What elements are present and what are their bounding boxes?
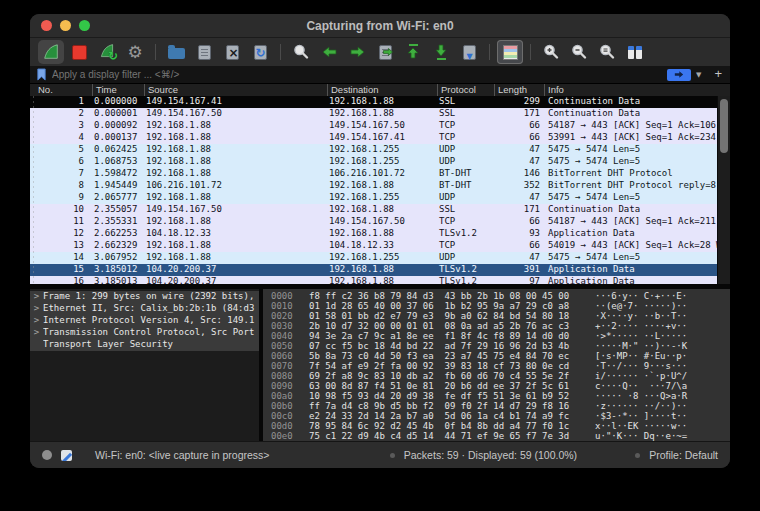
stop-capture-button[interactable]: [66, 40, 92, 64]
hex-row[interactable]: 00707f 54 af e9 2f fa 00 92 39 83 18 cf …: [263, 361, 730, 371]
column-header-source[interactable]: Source: [144, 84, 327, 96]
capture-options-button[interactable]: ⚙: [122, 40, 148, 64]
toolbar-separator: [280, 44, 281, 60]
packet-list-scrollbar[interactable]: [717, 96, 730, 284]
hex-row[interactable]: 00c0e2 24 33 2d 14 2a b7 a0 5d 06 1a c4 …: [263, 411, 730, 421]
apply-filter-button[interactable]: [667, 69, 691, 81]
profile-text[interactable]: Profile: Default: [649, 449, 718, 461]
arrow-down-bar-icon: [434, 44, 448, 60]
start-capture-button[interactable]: [38, 40, 64, 64]
go-to-packet-icon: [379, 45, 392, 60]
bookmark-icon[interactable]: [36, 68, 47, 81]
packet-list: 10.000000149.154.167.41192.168.1.88SSL29…: [30, 96, 730, 284]
packet-bytes-pane: 0000f8 ff c2 36 b8 79 84 d3 43 bb 2b 1b …: [263, 289, 730, 441]
hex-row[interactable]: 008069 2f a8 9c 83 10 db a2 fb 60 d6 70 …: [263, 371, 730, 381]
toolbar-separator: [530, 44, 531, 60]
hex-row[interactable]: 009063 00 8d 87 f4 51 0e 81 20 b6 dd ee …: [263, 381, 730, 391]
expand-chevron-icon[interactable]: [30, 339, 43, 351]
hex-row[interactable]: 00d078 95 84 6c 92 d2 45 4b 0f b4 8b dd …: [263, 421, 730, 431]
column-header-info[interactable]: Info: [544, 84, 564, 96]
expand-chevron-icon[interactable]: >: [30, 303, 43, 315]
column-header-length[interactable]: Length: [494, 84, 544, 96]
title-bar: Capturing from Wi-Fi: en0: [30, 14, 730, 38]
go-to-packet-button[interactable]: [372, 40, 398, 64]
search-icon: [292, 43, 310, 61]
zoom-out-icon: [570, 43, 588, 61]
next-packet-button[interactable]: [344, 40, 370, 64]
detail-row[interactable]: >Frame 1: 299 bytes on wire (2392 bits),: [30, 291, 259, 303]
first-packet-button[interactable]: [400, 40, 426, 64]
expand-chevron-icon[interactable]: >: [30, 327, 43, 339]
hex-row[interactable]: 004094 3e 2a c7 9c a1 8e ee f1 8f 4c f8 …: [263, 331, 730, 341]
packet-row[interactable]: 20.000001149.154.167.50192.168.1.88SSL17…: [30, 108, 717, 120]
capture-comment-icon[interactable]: [61, 450, 72, 461]
zoom-reset-icon: [598, 43, 616, 61]
packet-row[interactable]: 50.062425192.168.1.88192.168.1.255UDP475…: [30, 144, 717, 156]
hex-row[interactable]: 002001 58 01 bb d2 e7 79 e3 9b a0 62 84 …: [263, 311, 730, 321]
detail-row[interactable]: Transport Layer Security: [30, 339, 259, 351]
hex-row[interactable]: 00605b 8a 73 c0 4d 50 f3 ea 23 a7 45 75 …: [263, 351, 730, 361]
colorize-packets-button[interactable]: [497, 40, 523, 64]
expert-info-icon[interactable]: [42, 450, 52, 460]
packet-row[interactable]: 10.000000149.154.167.41192.168.1.88SSL29…: [30, 96, 717, 108]
packet-counts-text: Packets: 59 · Displayed: 59 (100.0%): [404, 449, 577, 461]
expand-chevron-icon[interactable]: >: [30, 291, 43, 303]
detail-row[interactable]: >Internet Protocol Version 4, Src: 149.1: [30, 315, 259, 327]
hex-row[interactable]: 005007 cc f5 bc 18 4d bd 22 ad 7f 29 16 …: [263, 341, 730, 351]
packet-row[interactable]: 112.355331192.168.1.88149.154.167.50TCP6…: [30, 216, 717, 228]
zoom-out-button[interactable]: [566, 40, 592, 64]
auto-scroll-button[interactable]: ▼: [456, 40, 482, 64]
hex-row[interactable]: 00b0ff 7a d4 c8 9b d5 bb f2 09 f0 2f 14 …: [263, 401, 730, 411]
stop-icon: [72, 45, 87, 60]
detail-row[interactable]: >Transmission Control Protocol, Src Port: [30, 327, 259, 339]
packet-row[interactable]: 163.185013104.20.200.37192.168.1.88TLSv1…: [30, 276, 717, 284]
packet-row[interactable]: 122.662253104.18.12.33192.168.1.88TLSv1.…: [30, 228, 717, 240]
main-toolbar: ↻ ⚙ × ↻: [30, 38, 730, 66]
window-title: Capturing from Wi-Fi: en0: [306, 19, 453, 33]
last-packet-button[interactable]: [428, 40, 454, 64]
reload-file-button[interactable]: ↻: [247, 40, 273, 64]
packet-row[interactable]: 92.065777192.168.1.88192.168.1.255UDP475…: [30, 192, 717, 204]
packet-row[interactable]: 132.662329192.168.1.88104.18.12.33TCP665…: [30, 240, 717, 252]
save-file-button[interactable]: [191, 40, 217, 64]
scrollbar-thumb[interactable]: [720, 99, 728, 153]
arrow-right-icon: [349, 45, 366, 59]
hex-row[interactable]: 00302b 10 d7 32 00 00 01 01 08 0a ad a5 …: [263, 321, 730, 331]
restart-capture-button[interactable]: ↻: [94, 40, 120, 64]
zoom-reset-button[interactable]: [594, 40, 620, 64]
apply-arrow-icon: [673, 70, 685, 79]
hex-row[interactable]: 00a010 98 f5 93 d4 20 d9 38 fe df f5 51 …: [263, 391, 730, 401]
zoom-in-button[interactable]: [538, 40, 564, 64]
expand-chevron-icon[interactable]: >: [30, 315, 43, 327]
add-filter-button[interactable]: +: [706, 66, 724, 83]
packet-row[interactable]: 71.598472192.168.1.88106.216.101.72BT-DH…: [30, 168, 717, 180]
packet-row[interactable]: 102.355057149.154.167.50192.168.1.88SSL1…: [30, 204, 717, 216]
previous-packet-button[interactable]: [316, 40, 342, 64]
packet-row[interactable]: 81.945449106.216.101.72192.168.1.88BT-DH…: [30, 180, 717, 192]
restart-capture-icon: ↻: [98, 43, 116, 61]
close-window-button[interactable]: [41, 20, 52, 31]
open-file-button[interactable]: [163, 40, 189, 64]
find-packet-button[interactable]: [288, 40, 314, 64]
colorize-icon: [503, 45, 518, 60]
close-file-button[interactable]: ×: [219, 40, 245, 64]
packet-row[interactable]: 40.000137192.168.1.88149.154.167.41TCP66…: [30, 132, 717, 144]
resize-columns-button[interactable]: [622, 40, 648, 64]
column-header-time[interactable]: Time: [92, 84, 144, 96]
packet-row-selected[interactable]: 153.185012104.20.200.37192.168.1.88TLSv1…: [30, 264, 717, 276]
hex-row[interactable]: 00e075 c1 22 d9 4b c4 d5 14 44 71 ef 9e …: [263, 431, 730, 441]
minimize-window-button[interactable]: [60, 20, 71, 31]
column-header-no[interactable]: No.: [30, 84, 92, 96]
column-header-protocol[interactable]: Protocol: [437, 84, 494, 96]
hex-row[interactable]: 0000f8 ff c2 36 b8 79 84 d3 43 bb 2b 1b …: [263, 291, 730, 301]
column-header-destination[interactable]: Destination: [327, 84, 437, 96]
wireshark-window: Capturing from Wi-Fi: en0 ↻ ⚙ × ↻: [30, 14, 730, 468]
detail-row[interactable]: >Ethernet II, Src: Calix_bb:2b:1b (84:d3: [30, 303, 259, 315]
zoom-window-button[interactable]: [79, 20, 90, 31]
packet-row[interactable]: 143.067952192.168.1.88192.168.1.255UDP47…: [30, 252, 717, 264]
packet-row[interactable]: 61.068753192.168.1.88192.168.1.255UDP475…: [30, 156, 717, 168]
hex-row[interactable]: 001001 1d 28 65 40 00 37 06 1b b2 95 9a …: [263, 301, 730, 311]
packet-row[interactable]: 30.000092192.168.1.88149.154.167.50TCP66…: [30, 120, 717, 132]
filter-dropdown-caret[interactable]: ▼: [696, 71, 701, 79]
display-filter-input[interactable]: [52, 69, 662, 80]
